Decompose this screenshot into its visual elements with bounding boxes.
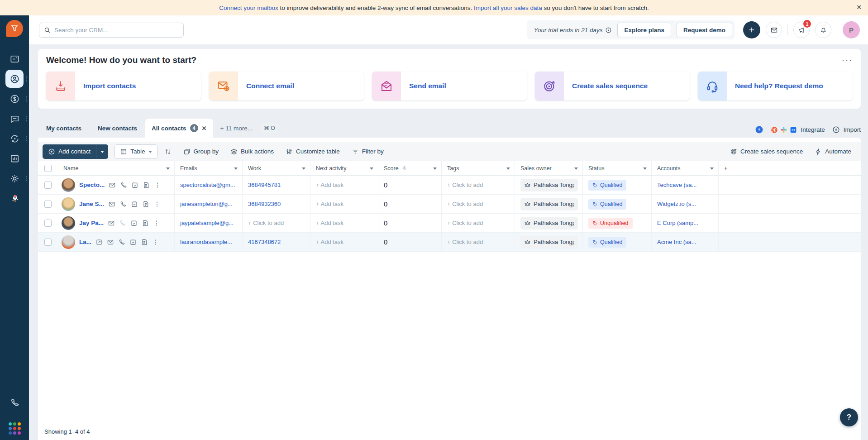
column-header-next-activity[interactable]: Next activity	[310, 161, 378, 175]
call-icon[interactable]	[120, 182, 127, 189]
add-task-link[interactable]: + Add task	[316, 220, 343, 226]
task-icon[interactable]	[131, 201, 138, 208]
task-icon[interactable]	[130, 220, 138, 227]
add-tag-link[interactable]: + Click to add	[447, 182, 483, 188]
call-icon[interactable]	[119, 201, 127, 208]
explore-plans-button[interactable]: Explore plans	[617, 23, 671, 37]
column-header-score[interactable]: Score	[378, 161, 442, 175]
import-button[interactable]: Import	[832, 126, 861, 134]
work-phone-link[interactable]: 3684945781	[248, 182, 281, 188]
connect-mailbox-link[interactable]: Connect your mailbox	[219, 5, 278, 11]
add-work-phone-link[interactable]: + Click to add	[248, 220, 284, 226]
group-by-button[interactable]: Group by	[178, 144, 224, 159]
column-header-work[interactable]: Work	[243, 161, 310, 175]
open-in-new-icon[interactable]	[95, 239, 103, 246]
table-row[interactable]: Jay Pa... jaypatelsample@g...	[38, 214, 861, 233]
welcome-menu-icon[interactable]: ···	[842, 58, 853, 62]
contact-name-link[interactable]: Jay Pa...	[79, 220, 104, 226]
sidebar-item-automation[interactable]	[0, 129, 29, 148]
column-header-emails[interactable]: Emails	[175, 161, 243, 175]
call-icon[interactable]	[119, 220, 126, 227]
table-row[interactable]: Jane S... janesampleton@g...	[38, 195, 861, 214]
kebab-menu-icon[interactable]	[153, 201, 161, 208]
add-contact-dropdown[interactable]	[96, 144, 108, 159]
note-icon[interactable]	[141, 239, 148, 246]
row-checkbox[interactable]	[44, 201, 52, 208]
sort-button[interactable]	[159, 144, 176, 159]
whats-new-button[interactable]: 1	[793, 22, 810, 38]
table-row[interactable]: La... lauranordasample.	[38, 233, 861, 252]
customize-table-button[interactable]: Customize table	[281, 144, 345, 159]
owner-pill[interactable]: Pathaksa Tongpital	[520, 236, 578, 249]
call-icon[interactable]	[118, 239, 125, 246]
send-email-icon[interactable]	[109, 182, 116, 189]
column-header-name[interactable]: Name	[58, 161, 175, 175]
table-row[interactable]: Specto... spectorcalista@gm...	[38, 176, 861, 195]
account-link[interactable]: Techcave (sa...	[657, 182, 696, 188]
send-email-icon[interactable]	[107, 239, 114, 246]
tab-my-contacts[interactable]: My contacts	[38, 119, 90, 138]
note-icon[interactable]	[142, 220, 149, 227]
account-link[interactable]: Widgetz.io (s...	[657, 201, 696, 207]
automate-button[interactable]: Automate	[810, 144, 856, 159]
add-tag-link[interactable]: + Click to add	[447, 239, 483, 245]
contact-name-link[interactable]: Specto...	[79, 182, 105, 188]
contact-avatar[interactable]	[62, 197, 75, 211]
work-phone-link[interactable]: 3684932360	[248, 201, 281, 207]
contact-avatar[interactable]	[62, 216, 75, 230]
sidebar-item-getting-started[interactable]	[0, 188, 29, 208]
add-tag-link[interactable]: + Click to add	[447, 201, 483, 207]
import-sales-data-link[interactable]: Import all your sales data	[474, 5, 542, 11]
account-link[interactable]: Acme Inc (sa...	[657, 239, 696, 245]
row-checkbox[interactable]	[44, 182, 52, 189]
contact-avatar[interactable]	[62, 178, 75, 192]
close-icon[interactable]: ✕	[856, 4, 862, 11]
row-checkbox[interactable]	[44, 239, 52, 246]
view-type-select[interactable]: Table	[114, 144, 157, 159]
sidebar-item-deals[interactable]	[0, 89, 29, 109]
email-link[interactable]: spectorcalista@gm...	[180, 182, 235, 188]
more-views-button[interactable]: + 11 more...	[213, 125, 260, 132]
card-connect-email[interactable]: Connect email	[209, 72, 364, 100]
contact-name-link[interactable]: Jane S...	[79, 201, 104, 207]
status-badge[interactable]: Qualified	[588, 199, 626, 210]
note-icon[interactable]	[143, 182, 150, 189]
task-icon[interactable]	[129, 239, 137, 246]
select-all-checkbox[interactable]	[44, 165, 52, 172]
contact-name-link[interactable]: La...	[79, 239, 91, 245]
status-badge[interactable]: Qualified	[588, 180, 626, 191]
tab-all-contacts[interactable]: All contacts 4 ✕	[145, 119, 213, 138]
info-icon[interactable]	[605, 27, 612, 33]
send-email-icon[interactable]	[108, 201, 115, 208]
tab-new-contacts[interactable]: New contacts	[90, 119, 145, 138]
send-email-icon[interactable]	[108, 220, 115, 227]
add-task-link[interactable]: + Add task	[316, 239, 343, 245]
status-badge[interactable]: Qualified	[588, 237, 626, 248]
user-avatar[interactable]: P	[843, 21, 860, 38]
card-create-sales-sequence[interactable]: Create sales sequence	[535, 72, 690, 100]
create-sales-sequence-button[interactable]: Create sales sequence	[725, 144, 808, 159]
quick-add-button[interactable]	[743, 21, 760, 38]
close-tab-icon[interactable]: ✕	[202, 125, 207, 132]
contact-avatar[interactable]	[62, 235, 75, 249]
owner-pill[interactable]: Pathaksa Tongpital	[520, 217, 578, 230]
add-task-link[interactable]: + Add task	[316, 182, 343, 188]
notifications-button[interactable]	[815, 22, 831, 38]
phone-icon[interactable]	[0, 392, 29, 412]
filter-by-button[interactable]: Filter by	[347, 144, 389, 159]
email-link[interactable]: lauranordasample...	[180, 239, 232, 245]
owner-pill[interactable]: Pathaksa Tongpital	[520, 179, 578, 191]
note-icon[interactable]	[142, 201, 149, 208]
search-box[interactable]	[39, 23, 184, 38]
column-header-tags[interactable]: Tags	[442, 161, 515, 175]
column-header-status[interactable]: Status	[583, 161, 652, 175]
account-link[interactable]: E Corp (samp...	[657, 220, 698, 226]
app-switcher-icon[interactable]	[9, 422, 21, 435]
integrate-button[interactable]: 31 Integrate	[771, 126, 825, 134]
bulk-actions-button[interactable]: Bulk actions	[225, 144, 279, 159]
owner-pill[interactable]: Pathaksa Tongpital	[520, 198, 578, 210]
help-fab-button[interactable]: ?	[840, 408, 858, 426]
card-send-email[interactable]: Send email	[372, 72, 527, 100]
email-link[interactable]: janesampleton@g...	[180, 201, 233, 207]
request-demo-button[interactable]: Request demo	[677, 23, 732, 37]
